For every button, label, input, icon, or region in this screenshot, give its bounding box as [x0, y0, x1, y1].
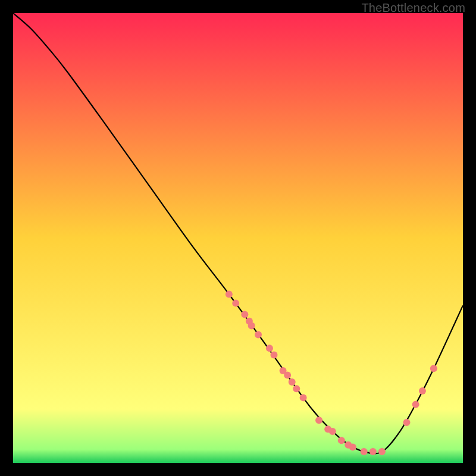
data-point	[369, 448, 377, 455]
data-point	[412, 401, 419, 408]
data-point	[241, 311, 248, 318]
data-point	[255, 331, 262, 339]
data-point	[361, 448, 368, 455]
data-point	[270, 352, 277, 359]
data-point	[289, 378, 296, 386]
data-point	[349, 444, 356, 451]
data-point	[338, 437, 345, 444]
data-point	[248, 322, 255, 329]
data-point	[300, 394, 307, 401]
data-point	[266, 345, 273, 352]
bottleneck-chart	[13, 13, 463, 463]
data-point	[403, 419, 411, 426]
data-point	[378, 448, 386, 455]
data-point	[315, 416, 322, 424]
data-point	[329, 428, 336, 435]
data-point	[419, 387, 426, 394]
data-point	[293, 385, 300, 392]
data-point	[226, 291, 233, 298]
chart-canvas	[13, 13, 463, 463]
data-point	[232, 300, 239, 307]
chart-background	[13, 13, 463, 463]
data-point	[430, 365, 437, 372]
watermark-text: TheBottleneck.com	[361, 1, 465, 15]
data-point	[284, 372, 291, 379]
